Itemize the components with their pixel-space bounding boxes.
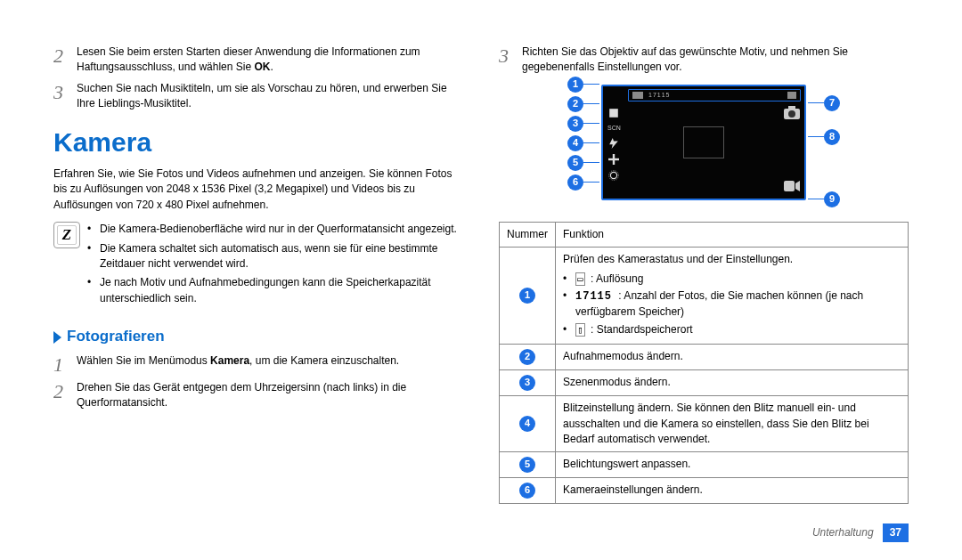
left-toolbar: SCN — [603, 86, 626, 199]
step-text: Richten Sie das Objektiv auf das gewünsc… — [522, 45, 909, 76]
th-number: Nummer — [500, 222, 556, 247]
bullet-item: Die Kamera-Bedienoberfläche wird nur in … — [87, 222, 463, 237]
svg-point-4 — [610, 172, 616, 178]
callout-4: 4 — [567, 135, 583, 151]
svg-rect-3 — [613, 154, 615, 165]
storage-icon — [787, 92, 796, 99]
section-heading: Kamera — [53, 123, 463, 162]
right-column: 3 Richten Sie das Objektiv auf das gewün… — [499, 45, 909, 504]
focus-frame — [683, 126, 724, 158]
photo-count: 17115 — [648, 91, 670, 100]
th-function: Funktion — [556, 222, 909, 247]
resolution-icon — [632, 92, 643, 99]
scene-label: SCN — [607, 124, 626, 133]
row-badge: 5 — [519, 457, 535, 473]
callout-1: 1 — [567, 77, 583, 93]
callout-6: 6 — [567, 174, 583, 191]
table-row: 4 Blitzeinstellung ändern. Sie können de… — [500, 396, 909, 452]
bullet-item: Je nach Motiv und Aufnahmebedingungen ka… — [87, 275, 463, 306]
two-column-layout: 2 Lesen Sie beim ersten Starten dieser A… — [53, 45, 909, 504]
row-text: Szenenmodus ändern. — [556, 370, 909, 396]
count-mini-label: 17115 — [575, 290, 612, 303]
svg-rect-7 — [788, 106, 795, 110]
step-text: Suchen Sie nach Musiktiteln, um sie als … — [77, 81, 463, 112]
row-text: Blitzeinstellung ändern. Sie können den … — [556, 396, 909, 452]
note-icon: Z — [53, 222, 80, 248]
note-box: Z Die Kamera-Bedienoberfläche wird nur i… — [53, 222, 463, 310]
intro-paragraph: Erfahren Sie, wie Sie Fotos und Videos a… — [53, 166, 463, 213]
page-number: 37 — [883, 523, 909, 542]
mode-icon — [607, 108, 620, 118]
storage-mini-icon: ▯ — [575, 323, 585, 337]
table-header-row: Nummer Funktion — [500, 222, 909, 247]
step-number: 2 — [53, 45, 77, 76]
list-item: 3 Suchen Sie nach Musiktiteln, um sie al… — [53, 81, 463, 112]
step-number: 1 — [53, 353, 77, 375]
callouts-right: 7 8 9 — [806, 85, 840, 209]
step-number: 3 — [499, 45, 522, 76]
chevron-right-icon — [53, 331, 61, 344]
step-text: Wählen Sie im Menümodus Kamera, um die K… — [77, 353, 463, 375]
row-badge: 2 — [519, 349, 535, 365]
list-item: 2 Drehen Sie das Gerät entgegen dem Uhrz… — [53, 380, 463, 411]
camera-preview-diagram: 1 2 3 4 5 6 17115 — [499, 85, 909, 209]
settings-icon — [607, 170, 620, 181]
table-row: 1 Prüfen des Kamerastatus und der Einste… — [500, 248, 909, 345]
table-row: 3 Szenenmodus ändern. — [500, 370, 909, 396]
status-bar: 17115 — [628, 89, 801, 101]
step-text: Lesen Sie beim ersten Starten dieser Anw… — [77, 45, 463, 76]
table-row: 2 Aufnahmemodus ändern. — [500, 345, 909, 370]
svg-marker-1 — [609, 138, 618, 149]
row-badge: 6 — [519, 483, 535, 499]
shutter-icon — [783, 106, 801, 120]
row-text: Aufnahmemodus ändern. — [556, 345, 909, 370]
exposure-icon — [607, 154, 620, 165]
video-icon — [783, 179, 801, 193]
svg-rect-0 — [609, 109, 618, 118]
flash-icon — [607, 138, 620, 149]
row-badge: 3 — [519, 375, 535, 391]
step-number: 2 — [53, 380, 77, 411]
row-text: Prüfen des Kamerastatus und der Einstell… — [563, 253, 793, 265]
list-item: 1 Wählen Sie im Menümodus Kamera, um die… — [53, 353, 463, 375]
list-item: 2 Lesen Sie beim ersten Starten dieser A… — [53, 45, 463, 76]
step-text: Drehen Sie das Gerät entgegen dem Uhrzei… — [77, 380, 463, 411]
callout-9: 9 — [824, 191, 840, 207]
callout-3: 3 — [567, 116, 583, 132]
table-row: 5 Belichtungswert anpassen. — [500, 452, 909, 478]
section-label: Unterhaltung — [812, 525, 874, 540]
callout-7: 7 — [824, 95, 840, 111]
note-bullets: Die Kamera-Bedienoberfläche wird nur in … — [87, 222, 463, 310]
svg-rect-9 — [784, 181, 795, 191]
row-badge: 4 — [519, 416, 535, 432]
callout-2: 2 — [567, 96, 583, 112]
bullet-item: Die Kamera schaltet sich automatisch aus… — [87, 241, 463, 272]
left-column: 2 Lesen Sie beim ersten Starten dieser A… — [53, 45, 463, 504]
resolution-mini-icon: ▭ — [575, 272, 585, 286]
callout-8: 8 — [824, 129, 840, 145]
list-item: 3 Richten Sie das Objektiv auf das gewün… — [499, 45, 909, 76]
row-text: Belichtungswert anpassen. — [556, 452, 909, 478]
page-footer: Unterhaltung 37 — [812, 523, 909, 542]
callout-5: 5 — [567, 155, 583, 171]
row-text: Kameraeinstellungen ändern. — [556, 478, 909, 504]
camera-preview: 17115 SCN — [601, 85, 806, 200]
callouts-left: 1 2 3 4 5 6 — [567, 85, 601, 209]
function-table: Nummer Funktion 1 Prüfen des Kamerastatu… — [499, 222, 909, 505]
right-toolbar — [776, 106, 801, 193]
subsection-heading: Fotografieren — [53, 326, 463, 348]
row-badge: 1 — [519, 288, 535, 304]
step-number: 3 — [53, 81, 77, 112]
table-row: 6 Kameraeinstellungen ändern. — [500, 478, 909, 504]
svg-point-8 — [788, 110, 795, 118]
svg-marker-10 — [795, 181, 800, 191]
